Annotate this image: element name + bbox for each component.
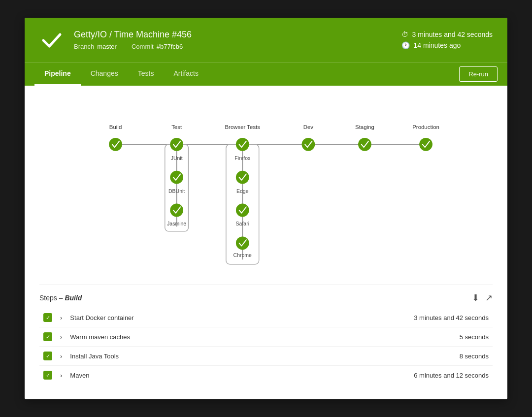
stage-label-test: Test: [171, 124, 182, 130]
build-node[interactable]: [109, 138, 122, 151]
steps-actions: ⬇ ↗: [472, 292, 493, 303]
pipeline-diagram: Build Test Browser Tests Dev Staging Pro…: [39, 100, 493, 280]
build-title: Getty/IO / Time Machine #456: [74, 30, 192, 40]
table-row[interactable]: ✓ › Warm maven caches 5 seconds: [39, 327, 493, 347]
test-jasmine-node[interactable]: [170, 204, 183, 217]
chrome-node[interactable]: [236, 236, 249, 250]
stage-label-dev: Dev: [303, 124, 314, 130]
step-status-cell: ✓: [39, 366, 56, 385]
steps-header: Steps – Build ⬇ ↗: [39, 292, 493, 303]
step-status-cell: ✓: [39, 327, 56, 347]
edge-label: Edge: [236, 188, 249, 194]
steps-label: Steps –: [39, 294, 65, 302]
step-duration-cell: 8 seconds: [264, 347, 493, 366]
branch-value: master: [97, 43, 117, 50]
dbunit-label: DBUnit: [168, 188, 185, 194]
header: Getty/IO / Time Machine #456 Branch mast…: [25, 18, 507, 62]
download-icon[interactable]: ⬇: [472, 292, 479, 303]
nav-tabs: Pipeline Changes Tests Artifacts: [34, 63, 459, 86]
duration-info: ⏱ 3 minutes and 42 seconds: [401, 31, 493, 38]
test-dbunit-node[interactable]: [170, 171, 183, 184]
header-info: Getty/IO / Time Machine #456 Branch mast…: [74, 30, 192, 50]
tab-changes[interactable]: Changes: [81, 63, 128, 86]
step-expand-cell[interactable]: ›: [56, 327, 66, 347]
stage-label-production: Production: [412, 124, 439, 130]
step-check-icon: ✓: [43, 313, 52, 322]
main-content: Build Test Browser Tests Dev Staging Pro…: [25, 86, 507, 399]
stage-label-build: Build: [109, 124, 122, 130]
time-icon: 🕐: [401, 41, 410, 49]
step-name-cell: Maven: [66, 366, 264, 385]
table-row[interactable]: ✓ › Start Docker container 3 minutes and…: [39, 308, 493, 327]
firefox-label: Firefox: [234, 155, 251, 161]
steps-table: ✓ › Start Docker container 3 minutes and…: [39, 308, 493, 385]
step-expand-cell[interactable]: ›: [56, 347, 66, 366]
production-node[interactable]: [419, 138, 432, 151]
safari-label: Safari: [236, 221, 249, 226]
app-container: Getty/IO / Time Machine #456 Branch mast…: [25, 18, 507, 399]
step-check-icon: ✓: [43, 352, 52, 360]
step-name-cell: Install Java Tools: [66, 347, 264, 366]
steps-section: Steps – Build ⬇ ↗ ✓ › Start Docker conta…: [39, 285, 493, 385]
safari-node[interactable]: [236, 204, 249, 217]
time-ago-value: 14 minutes ago: [414, 41, 461, 49]
commit-label: Commit: [132, 43, 154, 50]
steps-stage: Build: [65, 294, 82, 302]
step-name-cell: Warm maven caches: [66, 327, 264, 347]
step-status-cell: ✓: [39, 308, 56, 327]
commit-value: #b77fcb6: [157, 43, 183, 50]
step-duration-cell: 6 minutes and 12 seconds: [264, 366, 493, 385]
test-junit-node[interactable]: [170, 138, 183, 151]
stage-label-browser-tests: Browser Tests: [225, 124, 260, 130]
rerun-button[interactable]: Re-run: [459, 66, 498, 82]
tab-artifacts[interactable]: Artifacts: [164, 63, 208, 86]
step-status-cell: ✓: [39, 347, 56, 366]
step-name-cell: Start Docker container: [66, 308, 264, 327]
duration-value: 3 minutes and 42 seconds: [412, 31, 493, 38]
navigation: Pipeline Changes Tests Artifacts Re-run: [25, 62, 507, 86]
time-ago-info: 🕐 14 minutes ago: [401, 41, 493, 49]
header-right: ⏱ 3 minutes and 42 seconds 🕐 14 minutes …: [401, 31, 493, 49]
external-link-icon[interactable]: ↗: [485, 292, 493, 303]
junit-label: JUnit: [171, 155, 183, 161]
step-check-icon: ✓: [43, 371, 52, 380]
step-duration-cell: 5 seconds: [264, 327, 493, 347]
firefox-node[interactable]: [236, 138, 249, 151]
step-expand-cell[interactable]: ›: [56, 366, 66, 385]
header-left: Getty/IO / Time Machine #456 Branch mast…: [39, 28, 192, 52]
jasmine-label: Jasmine: [167, 221, 186, 226]
success-check-icon: [39, 28, 64, 52]
stage-label-staging: Staging: [355, 124, 374, 130]
dev-node[interactable]: [302, 138, 315, 151]
pipeline-svg: Build Test Browser Tests Dev Staging Pro…: [59, 110, 473, 268]
commit-info: Commit #b77fcb6: [132, 43, 183, 50]
branch-info: Branch master: [74, 43, 117, 50]
tab-tests[interactable]: Tests: [128, 63, 164, 86]
chrome-label: Chrome: [233, 252, 252, 258]
step-duration-cell: 3 minutes and 42 seconds: [264, 308, 493, 327]
table-row[interactable]: ✓ › Install Java Tools 8 seconds: [39, 347, 493, 366]
step-expand-cell[interactable]: ›: [56, 308, 66, 327]
edge-node[interactable]: [236, 171, 249, 184]
tab-pipeline[interactable]: Pipeline: [34, 63, 81, 86]
steps-title: Steps – Build: [39, 294, 82, 302]
step-check-icon: ✓: [43, 332, 52, 341]
header-meta: Branch master Commit #b77fcb6: [74, 43, 192, 50]
branch-label: Branch: [74, 43, 94, 50]
staging-node[interactable]: [358, 138, 371, 151]
clock-icon: ⏱: [401, 31, 408, 38]
table-row[interactable]: ✓ › Maven 6 minutes and 12 seconds: [39, 366, 493, 385]
